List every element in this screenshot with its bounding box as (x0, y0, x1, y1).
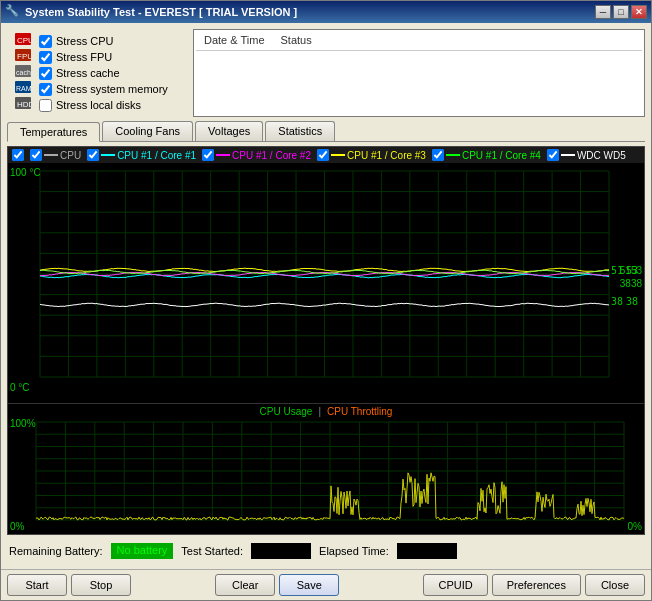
start-button[interactable]: Start (7, 574, 67, 596)
svg-text:cache: cache (16, 69, 31, 76)
legend-checkbox-cpu1core3[interactable] (317, 149, 329, 161)
log-col-status: Status (273, 32, 320, 48)
stress-label-memory: Stress system memory (56, 83, 168, 95)
status-bar: Remaining Battery: No battery Test Start… (7, 539, 645, 563)
legend-item-cpu1core4: CPU #1 / Core #4 (432, 149, 541, 161)
legend-color-cpu1core4 (446, 154, 460, 156)
stress-icon-fpu: FPU (15, 49, 35, 65)
legend-item-cpu: CPU (30, 149, 81, 161)
right-buttons: CPUID Preferences Close (423, 574, 645, 596)
legend-label-cpu1core1: CPU #1 / Core #1 (117, 150, 196, 161)
legend-color-cpu1core2 (216, 154, 230, 156)
disk-icon: HDD (15, 97, 31, 109)
temp-min-label: 0 °C (10, 382, 30, 393)
close-button[interactable]: Close (585, 574, 645, 596)
legend-item-cpu1core1: CPU #1 / Core #1 (87, 149, 196, 161)
stress-item-fpu: FPU Stress FPU (15, 49, 179, 65)
temp-val-38: 38 (620, 278, 631, 289)
legend-color-cpu1core1 (101, 154, 115, 156)
stress-checkbox-cache[interactable] (39, 67, 52, 80)
app-icon: 🔧 (5, 4, 21, 20)
tab-temperatures[interactable]: Temperatures (7, 122, 100, 142)
tab-voltages[interactable]: Voltages (195, 121, 263, 141)
stress-label-fpu: Stress FPU (56, 51, 112, 63)
svg-text:CPU: CPU (17, 36, 31, 45)
graph-container: CPUCPU #1 / Core #1CPU #1 / Core #2CPU #… (7, 146, 645, 535)
temp-val-53: 53 (631, 265, 642, 276)
graph-legend: CPUCPU #1 / Core #1CPU #1 / Core #2CPU #… (8, 147, 644, 163)
started-label: Test Started: (181, 545, 243, 557)
temp-canvas (8, 163, 644, 397)
cache-icon: cache (15, 65, 31, 77)
minimize-button[interactable]: ─ (595, 5, 611, 19)
preferences-button[interactable]: Preferences (492, 574, 581, 596)
fpu-icon: FPU (15, 49, 31, 61)
svg-text:HDD: HDD (17, 100, 31, 109)
stress-label-cpu: Stress CPU (56, 35, 113, 47)
title-bar: 🔧 System Stability Test - EVEREST [ TRIA… (1, 1, 651, 23)
cpuid-button[interactable]: CPUID (423, 574, 487, 596)
stress-checkbox-disk[interactable] (39, 99, 52, 112)
temp-val-51: 51 (620, 265, 631, 276)
started-value (251, 543, 311, 559)
svg-text:FPU: FPU (17, 52, 31, 61)
legend-checkbox-cpu1core4[interactable] (432, 149, 444, 161)
cpu-max-label: 100% (10, 418, 36, 429)
legend-checkbox-wdcwd5[interactable] (547, 149, 559, 161)
battery-value: No battery (111, 543, 174, 559)
legend-color-cpu (44, 154, 58, 156)
cpu-current-label: 0% (628, 521, 642, 532)
legend-item-wdcwd5: WDC WD5 (547, 149, 626, 161)
stress-item-disk: HDD Stress local disks (15, 97, 179, 113)
tab-cooling[interactable]: Cooling Fans (102, 121, 193, 141)
stress-checkbox-memory[interactable] (39, 83, 52, 96)
button-bar: Start Stop Clear Save CPUID Preferences … (1, 569, 651, 600)
cpu-usage-graph: CPU Usage | CPU Throttling 100% 0% 0% (8, 404, 644, 534)
stress-panel: CPU Stress CPU FPU Stress FPU cache Stre… (7, 29, 187, 117)
window-controls: ─ □ ✕ (595, 5, 647, 19)
log-panel: Date & Time Status (193, 29, 645, 117)
tabs-section: TemperaturesCooling FansVoltagesStatisti… (7, 121, 645, 142)
stress-label-disk: Stress local disks (56, 99, 141, 111)
elapsed-value (397, 543, 457, 559)
clear-button[interactable]: Clear (215, 574, 275, 596)
main-window: 🔧 System Stability Test - EVEREST [ TRIA… (0, 0, 652, 601)
legend-label-cpu: CPU (60, 150, 81, 161)
save-button[interactable]: Save (279, 574, 339, 596)
stress-item-cpu: CPU Stress CPU (15, 33, 179, 49)
legend-checkbox-cpu[interactable] (30, 149, 42, 161)
top-section: CPU Stress CPU FPU Stress FPU cache Stre… (7, 29, 645, 117)
main-content: CPU Stress CPU FPU Stress FPU cache Stre… (1, 23, 651, 569)
log-col-datetime: Date & Time (196, 32, 273, 48)
restore-button[interactable]: □ (613, 5, 629, 19)
legend-label-cpu1core2: CPU #1 / Core #2 (232, 150, 311, 161)
legend-item-cpu1core2: CPU #1 / Core #2 (202, 149, 311, 161)
stop-button[interactable]: Stop (71, 574, 131, 596)
legend-color-wdcwd5 (561, 154, 575, 156)
legend-checkbox-cpu1core2[interactable] (202, 149, 214, 161)
middle-buttons: Clear Save (215, 574, 339, 596)
stress-checkbox-cpu[interactable] (39, 35, 52, 48)
stress-item-memory: RAM Stress system memory (15, 81, 179, 97)
stress-icon-disk: HDD (15, 97, 35, 113)
cpu-throttle-label: CPU Throttling (327, 406, 392, 417)
all-series-checkbox[interactable] (12, 149, 24, 161)
left-buttons: Start Stop (7, 574, 131, 596)
legend-checkbox-cpu1core1[interactable] (87, 149, 99, 161)
stress-label-cache: Stress cache (56, 67, 120, 79)
temp-val-38b: 38 (631, 278, 642, 289)
close-window-button[interactable]: ✕ (631, 5, 647, 19)
tab-statistics[interactable]: Statistics (265, 121, 335, 141)
legend-all-checkbox (12, 149, 24, 161)
temp-max-label: 100 °C (10, 167, 41, 178)
stress-icon-memory: RAM (15, 81, 35, 97)
tab-bar: TemperaturesCooling FansVoltagesStatisti… (7, 121, 645, 142)
log-header: Date & Time Status (196, 32, 642, 51)
memory-icon: RAM (15, 81, 31, 93)
svg-text:RAM: RAM (16, 85, 31, 92)
cpu-icon: CPU (15, 33, 31, 45)
legend-label-cpu1core4: CPU #1 / Core #4 (462, 150, 541, 161)
cpu-usage-label: CPU Usage (260, 406, 313, 417)
stress-checkbox-fpu[interactable] (39, 51, 52, 64)
legend-item-cpu1core3: CPU #1 / Core #3 (317, 149, 426, 161)
